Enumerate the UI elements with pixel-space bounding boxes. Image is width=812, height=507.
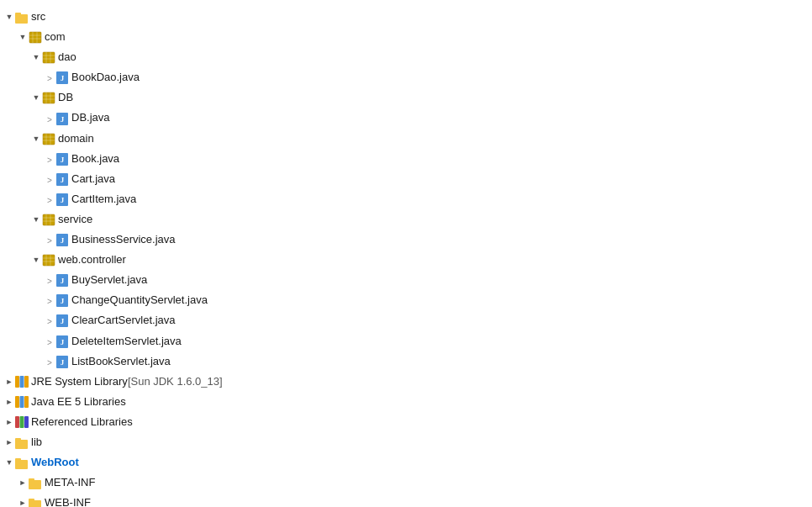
tree-arrow[interactable]: >: [44, 274, 55, 286]
tree-arrow[interactable]: ►: [3, 436, 15, 448]
tree-arrow[interactable]: ►: [17, 497, 29, 507]
svg-rect-7: [43, 52, 55, 63]
svg-rect-39: [43, 255, 55, 266]
tree-item-com[interactable]: ▼ com: [3, 27, 809, 47]
tree-arrow[interactable]: >: [44, 173, 55, 185]
tree-arrow[interactable]: ▼: [30, 214, 42, 225]
tree-item-label: JRE System Library: [31, 372, 128, 391]
tree-arrow[interactable]: ▼: [30, 254, 42, 266]
svg-text:J: J: [61, 338, 65, 346]
tree-item-label: WEB-INF: [45, 494, 91, 507]
tree-arrow[interactable]: ▼: [17, 31, 29, 43]
tree-item-label: DB.java: [71, 108, 110, 127]
tree-item-DeleteItemServlet[interactable]: > J DeleteItemServlet.java: [3, 331, 809, 351]
package-icon: [42, 251, 58, 269]
tree-item-CartItem[interactable]: > J CartItem.java: [3, 189, 809, 209]
tree-item-BusinessService[interactable]: > J BusinessService.java: [3, 230, 809, 250]
tree-arrow[interactable]: ►: [17, 477, 29, 489]
tree-item-dao[interactable]: ▼ dao: [3, 47, 809, 67]
tree-item-label: DeleteItemServlet.java: [71, 332, 182, 351]
svg-rect-32: [43, 214, 55, 225]
tree-item-WebRoot[interactable]: ▼ WebRoot: [3, 452, 809, 473]
library-icon: [15, 372, 31, 391]
tree-item-suffix: [Sun JDK 1.6.0_13]: [128, 372, 223, 391]
tree-arrow[interactable]: >: [44, 314, 55, 326]
java-file-icon: J: [55, 291, 71, 309]
java-file-icon: J: [55, 332, 71, 351]
lib-folder-icon: [15, 433, 31, 452]
svg-text:J: J: [61, 236, 65, 245]
tree-item-label: service: [58, 210, 92, 229]
svg-text:J: J: [61, 156, 65, 164]
tree-arrow[interactable]: ►: [3, 396, 15, 408]
tree-item-RefLibs[interactable]: ► Referenced Libraries: [3, 412, 809, 432]
tree-arrow[interactable]: ▼: [3, 11, 15, 23]
svg-rect-64: [15, 438, 21, 441]
java-file-icon: J: [55, 150, 71, 168]
webroot-folder-icon: [15, 453, 31, 472]
tree-item-label: Book.java: [71, 150, 119, 168]
tree-item-WEB-INF[interactable]: ► WEB-INF: [3, 493, 809, 507]
java-file-icon: J: [55, 311, 71, 330]
tree-arrow[interactable]: >: [44, 335, 55, 347]
tree-arrow[interactable]: >: [44, 71, 55, 83]
tree-item-JRE[interactable]: ► JRE System Library [Sun JDK 1.6.0_13]: [3, 372, 809, 392]
tree-item-label: BuyServlet.java: [71, 271, 147, 289]
tree-arrow[interactable]: >: [44, 356, 55, 367]
tree-arrow[interactable]: ▼: [30, 92, 42, 103]
svg-rect-60: [15, 416, 19, 428]
tree-item-BuyServlet[interactable]: > J BuyServlet.java: [3, 270, 809, 290]
tree-arrow[interactable]: >: [44, 153, 55, 165]
tree-item-Book[interactable]: > J Book.java: [3, 149, 809, 169]
tree-arrow[interactable]: >: [44, 193, 55, 205]
tree-item-BookDao[interactable]: > J BookDao.java: [3, 67, 809, 87]
tree-item-label: com: [45, 28, 66, 46]
tree-item-ChangeQuantityServlet[interactable]: > J ChangeQuantityServlet.java: [3, 290, 809, 310]
tree-item-lib[interactable]: ► lib: [3, 432, 809, 452]
tree-arrow[interactable]: ▼: [30, 133, 42, 145]
tree-item-META-INF[interactable]: ► META-INF: [3, 473, 809, 493]
svg-text:J: J: [61, 115, 65, 124]
tree-item-src[interactable]: ▼ src: [3, 7, 809, 27]
tree-arrow[interactable]: ►: [3, 376, 15, 388]
tree-arrow[interactable]: >: [44, 294, 55, 306]
svg-rect-14: [43, 92, 55, 103]
svg-rect-55: [20, 376, 24, 388]
java-file-icon: J: [55, 170, 71, 188]
svg-rect-21: [43, 134, 55, 145]
svg-rect-70: [29, 499, 34, 502]
tree-item-JavaEE[interactable]: ► Java EE 5 Libraries: [3, 392, 809, 412]
tree-item-DB[interactable]: ▼ DB: [3, 87, 809, 108]
tree-item-ListBookServlet[interactable]: > J ListBookServlet.java: [3, 351, 809, 372]
java-file-icon: J: [55, 108, 71, 127]
tree-arrow[interactable]: >: [44, 113, 55, 124]
tree-item-label: lib: [31, 433, 42, 452]
tree-arrow[interactable]: ►: [3, 416, 15, 428]
tree-item-webcontroller[interactable]: ▼ web.controller: [3, 250, 809, 270]
svg-rect-56: [24, 376, 29, 388]
library-icon: [15, 393, 31, 411]
tree-item-domain[interactable]: ▼ domain: [3, 129, 809, 149]
svg-text:J: J: [61, 358, 65, 367]
tree-item-DBjava[interactable]: > J DB.java: [3, 108, 809, 128]
tree-arrow[interactable]: >: [44, 234, 55, 246]
svg-text:J: J: [61, 74, 65, 82]
tree-item-service[interactable]: ▼ service: [3, 209, 809, 230]
tree-arrow[interactable]: ▼: [30, 51, 42, 63]
tree-item-label: ClearCartServlet.java: [71, 311, 176, 330]
tree-arrow[interactable]: ▼: [3, 457, 15, 468]
tree-item-ClearCartServlet[interactable]: > J ClearCartServlet.java: [3, 310, 809, 330]
package-icon: [42, 48, 58, 66]
referenced-library-icon: [15, 413, 31, 431]
svg-text:J: J: [61, 297, 65, 305]
java-file-icon: J: [55, 190, 71, 209]
svg-text:J: J: [61, 277, 65, 285]
tree-item-label: META-INF: [45, 473, 95, 492]
tree-item-label: dao: [58, 48, 76, 66]
svg-rect-54: [15, 376, 19, 388]
tree-item-label: ListBookServlet.java: [71, 352, 171, 371]
svg-rect-68: [29, 478, 34, 482]
svg-rect-66: [15, 458, 21, 462]
tree-item-Cart[interactable]: > J Cart.java: [3, 169, 809, 189]
svg-rect-57: [15, 396, 19, 408]
